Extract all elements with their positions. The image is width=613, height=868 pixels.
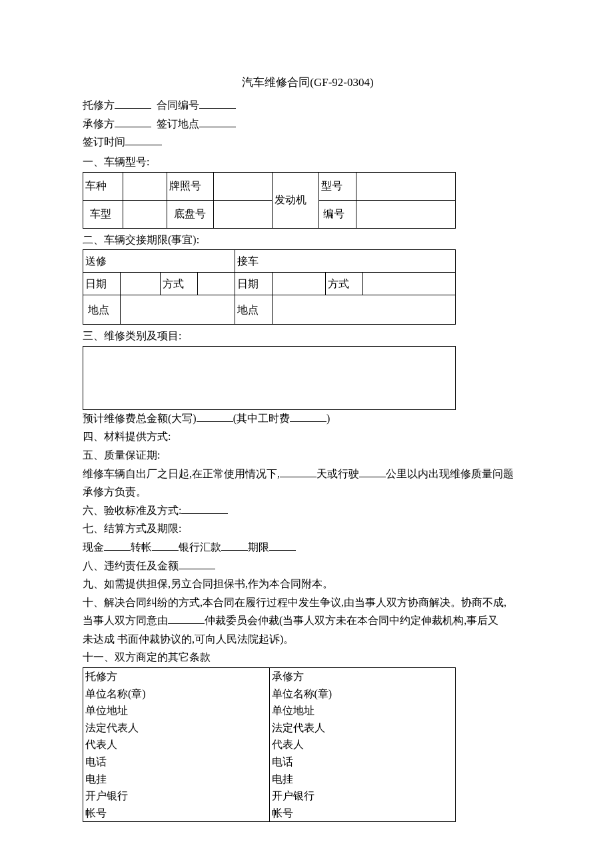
cell-send-method-value: [198, 273, 235, 295]
cell-client-header: 托修方: [83, 668, 270, 685]
sec6-label: 六、验收标准及方式:: [83, 505, 181, 516]
cell-engine-label: 发动机: [273, 172, 319, 228]
cell-send-header: 送修: [83, 250, 235, 273]
sec7-limit: 期限: [248, 541, 269, 553]
contract-no-label: 合同编号: [157, 99, 199, 111]
cell-recv-method-value: [363, 273, 456, 295]
header-line-3: 签订时间: [83, 133, 533, 151]
sec7-remit: 银行汇款: [179, 541, 221, 553]
section-5-heading: 五、质量保证期:: [83, 447, 533, 464]
section-10-a: 十、解决合同纠纷的方式,本合同在履行过程中发生争议,由当事人双方协商解决。协商不…: [83, 594, 533, 611]
sec10-c-text: 仲裁委员会仲裁(当事人双方未在本合同中约定伸裁机构,事后又: [205, 615, 498, 626]
cell-r-telex: 电挂: [269, 771, 456, 788]
sec7-blank-2: [152, 540, 179, 551]
sec5-blank-km: [359, 467, 386, 477]
cell-recv-method-label: 方式: [326, 273, 363, 295]
sec7-blank-1: [104, 540, 131, 551]
section-9: 九、如需提供担保,另立合同担保书,作为本合同附本。: [83, 575, 533, 593]
cell-l-phone: 电话: [83, 753, 270, 771]
cell-chassis-label: 底盘号: [167, 200, 214, 228]
sign-time-blank: [125, 135, 162, 145]
cell-r-rep: 代表人: [269, 736, 456, 753]
client-label: 托修方: [83, 99, 115, 111]
cell-send-date-value: [121, 273, 161, 295]
cell-recv-place-label: 地点: [235, 295, 273, 325]
cell-serial-label: 编号: [319, 200, 356, 228]
cell-vehicle-kind-value: [123, 172, 167, 200]
header-line-2: 承修方 签订地点: [83, 115, 533, 133]
section-3-heading: 三、维修类别及项目:: [83, 327, 533, 345]
total-label-b: (其中工时费: [233, 413, 290, 424]
cell-r-addr: 单位地址: [269, 702, 456, 719]
cell-r-acct: 帐号: [269, 805, 456, 822]
section-2-heading: 二、车辆交接期限(事宜):: [83, 231, 533, 249]
sec8-label: 八、违约责任及金额: [83, 560, 179, 571]
client-blank: [115, 98, 151, 109]
section-11-heading: 十一、双方商定的其它条款: [83, 649, 533, 666]
sec5-b: 天或行驶: [316, 468, 359, 479]
cell-send-place-value: [121, 295, 235, 325]
sec8-blank: [179, 559, 215, 569]
cell-send-date-label: 日期: [83, 273, 121, 295]
sec5-blank-days: [280, 467, 316, 477]
cell-model-value: [356, 172, 456, 200]
cell-recv-date-value: [273, 273, 326, 295]
repair-items-table: [83, 346, 456, 410]
sign-time-label: 签订时间: [83, 136, 125, 147]
section-1-heading: 一、车辆型号:: [83, 153, 533, 171]
sec7-blank-4: [269, 540, 296, 551]
cell-l-telex: 电挂: [83, 771, 270, 788]
cell-repairer-header: 承修方: [269, 668, 456, 685]
section-10-b: 当事人双方同意由仲裁委员会仲裁(当事人双方未在本合同中约定伸裁机构,事后又: [83, 612, 533, 629]
cell-recv-place-value: [273, 295, 456, 325]
cell-receive-header: 接车: [235, 250, 456, 273]
section-5-body-1: 维修车辆自出厂之日起,在正常使用情况下,天或行驶公里以内出现维修质量问题: [83, 465, 533, 483]
total-label-c: ): [326, 413, 330, 424]
cell-vehicle-type-label: 车型: [83, 200, 123, 228]
total-blank-b: [290, 411, 326, 422]
cell-plate-value: [214, 172, 273, 200]
sec5-c: 公里以内出现维修质量问题: [386, 468, 514, 479]
cell-r-legal: 法定代表人: [269, 719, 456, 737]
sec5-a: 维修车辆自出厂之日起,在正常使用情况下,: [83, 468, 280, 479]
sign-place-blank: [199, 117, 236, 127]
cell-l-unitname: 单位名称(章): [83, 685, 270, 703]
vehicle-model-table: 车种 牌照号 发动机 型号 车型 底盘号 编号: [83, 172, 456, 229]
section-5-body-2: 承修方负责。: [83, 483, 533, 501]
cell-vehicle-type-value: [123, 200, 167, 228]
page-title: 汽车维修合同(GF-92-0304): [83, 73, 533, 91]
section-10-d: 未达成 书面仲裁协议的,可向人民法院起诉)。: [83, 631, 533, 648]
section-8: 八、违约责任及金额: [83, 557, 533, 575]
handover-table: 送修 接车 日期 方式 日期 方式 地点 地点: [83, 249, 456, 325]
cell-r-phone: 电话: [269, 753, 456, 771]
sec10-blank: [168, 613, 205, 624]
section-4: 四、材料提供方式:: [83, 428, 533, 445]
cell-l-acct: 帐号: [83, 805, 270, 822]
sec7-blank-3: [221, 540, 248, 551]
cell-recv-date-label: 日期: [235, 273, 273, 295]
sec6-blank: [181, 503, 228, 514]
section-7-body: 现金转帐银行汇款期限: [83, 539, 533, 556]
cell-l-addr: 单位地址: [83, 702, 270, 719]
sec7-cash: 现金: [83, 541, 104, 553]
cell-r-bank: 开户银行: [269, 787, 456, 805]
sign-place-label: 签订地点: [157, 118, 199, 129]
section-6: 六、验收标准及方式:: [83, 502, 533, 519]
total-blank-a: [197, 411, 233, 422]
cell-plate-label: 牌照号: [167, 172, 214, 200]
sec7-transfer: 转帐: [131, 541, 152, 553]
repairer-label: 承修方: [83, 118, 115, 129]
parties-table: 托修方 承修方 单位名称(章) 单位名称(章) 单位地址 单位地址 法定代表人 …: [83, 667, 456, 822]
contract-no-blank: [199, 98, 236, 109]
cell-chassis-value: [214, 200, 273, 228]
cell-model-label: 型号: [319, 172, 356, 200]
cell-send-method-label: 方式: [161, 273, 198, 295]
cell-r-unitname: 单位名称(章): [269, 685, 456, 703]
cell-serial-value: [356, 200, 456, 228]
estimated-total-line: 预计维修费总金额(大写)(其中工时费): [83, 410, 533, 427]
total-label-a: 预计维修费总金额(大写): [83, 413, 197, 424]
repair-items-cell: [83, 346, 456, 409]
cell-l-rep: 代表人: [83, 736, 270, 753]
cell-l-legal: 法定代表人: [83, 719, 270, 737]
cell-l-bank: 开户银行: [83, 787, 270, 805]
